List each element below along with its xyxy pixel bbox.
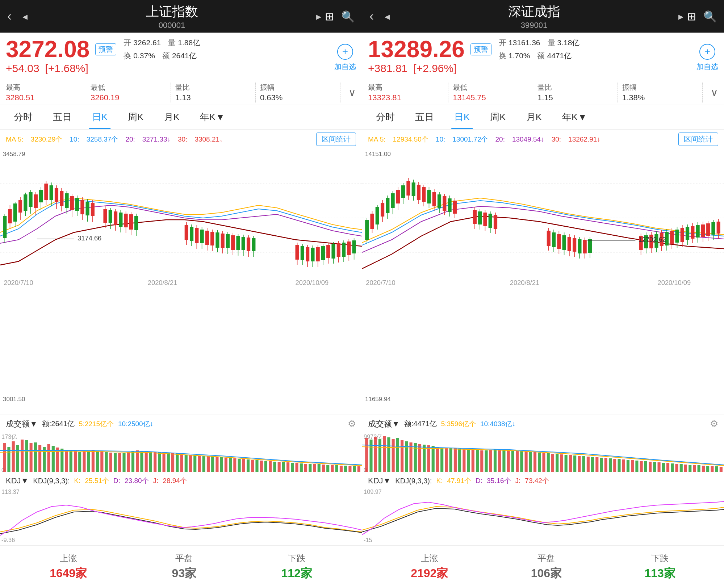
right-tab-5[interactable]: 年K▼ (552, 105, 597, 129)
svg-rect-365 (649, 462, 652, 472)
svg-rect-349 (578, 456, 581, 472)
right-low-item: 最低 13145.75 (453, 83, 533, 102)
left-yujing-badge[interactable]: 预警 (95, 43, 116, 55)
svg-rect-362 (635, 461, 638, 472)
left-layout-icon[interactable]: ⊞ (325, 10, 334, 23)
svg-text:109.97: 109.97 (364, 488, 382, 495)
svg-rect-152 (180, 454, 183, 472)
right-kdj-section: KDJ▼ KDJ(9,3,3): K: 47.91个 D: 35.16个 J: … (362, 473, 724, 545)
right-vol-title[interactable]: 成交额▼ (368, 419, 400, 429)
right-candlestick-svg: 12702.62 2020/7/10 2020/8/21 2020/10/09 (362, 149, 724, 287)
svg-rect-343 (551, 454, 554, 472)
right-tab-4[interactable]: 月K (516, 105, 552, 129)
right-header-center: 深证成指 399001 (508, 3, 560, 30)
left-ma10-label: 10: (70, 135, 79, 143)
left-tab-4[interactable]: 月K (154, 105, 190, 129)
left-flat-label: 平盘 (175, 553, 193, 564)
svg-rect-178 (296, 463, 298, 472)
left-tabs: 分时 五日 日K 周K 月K 年K▼ (0, 105, 362, 130)
left-add-fav-label[interactable]: 加自选 (334, 62, 356, 72)
left-kdj-title[interactable]: KDJ▼ (6, 476, 29, 486)
svg-rect-325 (472, 450, 474, 472)
svg-rect-320 (449, 448, 452, 472)
right-chart[interactable]: 14151.00 11659.94 (362, 149, 724, 415)
left-kdj-j-label: J: (153, 477, 159, 485)
svg-rect-376 (698, 465, 700, 472)
left-collapse-btn[interactable]: ∨ (348, 87, 356, 98)
svg-rect-360 (627, 460, 629, 472)
left-kdj-j-val: 28.94个 (163, 476, 187, 486)
right-layout-icon[interactable]: ⊞ (687, 10, 696, 23)
left-prev-btn[interactable]: ◂ (22, 10, 28, 22)
svg-rect-361 (631, 460, 634, 472)
svg-rect-337 (525, 452, 528, 472)
svg-rect-315 (427, 445, 430, 472)
svg-rect-324 (467, 449, 470, 472)
left-tab-0[interactable]: 分时 (4, 105, 43, 129)
left-tab-2[interactable]: 日K (82, 105, 118, 129)
left-interval-btn[interactable]: 区间统计 (316, 133, 356, 146)
right-tab-3[interactable]: 周K (480, 105, 516, 129)
svg-rect-126 (65, 450, 68, 472)
left-chart[interactable]: 3458.79 3001.50 (0, 149, 362, 415)
left-gear-icon[interactable]: ⚙ (348, 418, 356, 429)
left-liangbi-label: 量比 (175, 83, 251, 92)
right-add-fav-label[interactable]: 加自选 (696, 62, 718, 72)
left-search-icon[interactable]: 🔍 (341, 10, 355, 23)
right-collapse-btn[interactable]: ∨ (711, 87, 718, 98)
right-kdj-k-val: 47.91个 (447, 476, 471, 486)
right-tab-1[interactable]: 五日 (405, 105, 444, 129)
right-tab-0[interactable]: 分时 (366, 105, 405, 129)
right-tab-2[interactable]: 日K (444, 105, 480, 129)
right-prev-btn[interactable]: ◂ (385, 10, 390, 22)
left-vol-title[interactable]: 成交额▼ (6, 419, 38, 429)
right-search-icon[interactable]: 🔍 (703, 10, 717, 23)
right-header-icons: ⊞ 🔍 (687, 10, 717, 23)
right-volume-header: 成交额▼ 额:4471亿 5:3596亿个 10:4038亿↓ ⚙ (362, 415, 724, 432)
svg-rect-189 (344, 466, 347, 472)
left-tab-1[interactable]: 五日 (43, 105, 82, 129)
svg-rect-160 (215, 457, 218, 472)
svg-rect-154 (189, 455, 192, 472)
svg-rect-308 (396, 438, 399, 472)
right-high-value: 13323.81 (368, 93, 444, 102)
svg-rect-309 (401, 440, 403, 472)
left-back-btn[interactable]: ‹ (7, 9, 12, 24)
left-tab-3[interactable]: 周K (118, 105, 154, 129)
svg-rect-163 (229, 458, 232, 472)
left-add-fav[interactable]: + 加自选 (328, 38, 356, 77)
right-next-btn[interactable]: ▸ (678, 10, 683, 22)
left-header-center: 上证指数 000001 (146, 3, 198, 30)
svg-rect-312 (414, 443, 417, 472)
svg-rect-132 (92, 450, 95, 472)
svg-rect-332 (502, 450, 505, 472)
svg-rect-156 (198, 456, 201, 472)
right-huan-value: 1.70% (509, 51, 530, 60)
right-add-fav-icon[interactable]: + (699, 44, 715, 60)
left-kdj-k-val: 25.51个 (85, 476, 109, 486)
left-tab-5[interactable]: 年K▼ (190, 105, 235, 129)
svg-rect-368 (662, 463, 665, 472)
right-back-btn[interactable]: ‹ (369, 9, 374, 24)
left-down-value: 112家 (281, 566, 312, 581)
svg-rect-134 (100, 451, 103, 472)
svg-rect-169 (255, 460, 258, 472)
svg-rect-190 (348, 466, 351, 472)
svg-rect-363 (640, 461, 643, 472)
right-gear-icon[interactable]: ⚙ (710, 418, 718, 429)
svg-rect-326 (476, 450, 479, 472)
svg-rect-139 (122, 453, 125, 472)
right-yujing-badge[interactable]: 预警 (470, 43, 491, 55)
right-add-fav[interactable]: + 加自选 (691, 38, 718, 77)
svg-rect-378 (706, 466, 709, 472)
left-next-btn[interactable]: ▸ (316, 10, 321, 22)
right-ma20-label: 20: (495, 135, 505, 143)
svg-text:2020/7/10: 2020/7/10 (366, 279, 396, 286)
svg-rect-123 (52, 446, 55, 472)
svg-rect-165 (238, 459, 240, 472)
right-kdj-title[interactable]: KDJ▼ (368, 476, 391, 486)
left-add-fav-icon[interactable]: + (337, 44, 353, 60)
right-ma20-val: 13049.54↓ (512, 135, 544, 143)
right-interval-btn[interactable]: 区间统计 (678, 133, 718, 146)
right-kdj-j-label: J: (515, 477, 521, 485)
